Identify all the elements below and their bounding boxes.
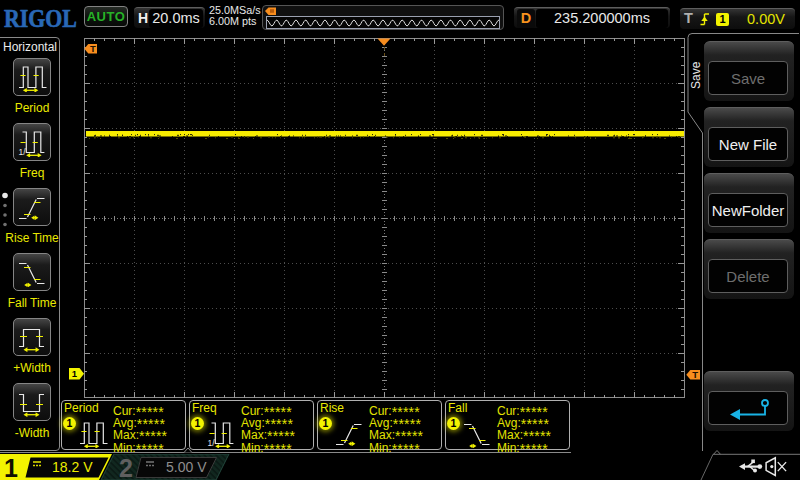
svg-text:18.2 V: 18.2 V	[52, 459, 93, 475]
svg-text:2: 2	[119, 454, 133, 480]
svg-text:1/: 1/	[208, 438, 216, 448]
svg-text:1: 1	[4, 454, 18, 480]
svg-text:1: 1	[72, 368, 78, 379]
svg-text:T: T	[90, 43, 96, 54]
svg-text:T: T	[692, 369, 698, 380]
svg-text:5.00 V: 5.00 V	[166, 459, 207, 475]
svg-text:1/: 1/	[19, 147, 27, 157]
